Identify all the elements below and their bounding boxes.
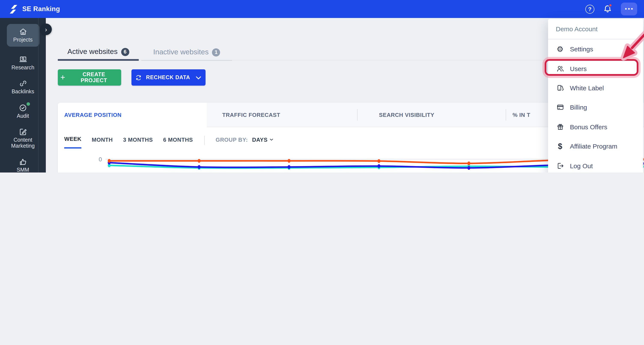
white-label-icon [556,84,564,92]
chart-range-tabs: WEEK MONTH 3 MONTHS 6 MONTHS GROUP BY: D… [64,136,274,148]
account-menu-button[interactable]: ••• [621,2,637,16]
gear-icon: ⚙ [556,45,564,53]
help-icon[interactable]: ? [585,4,594,14]
app-window: SE Ranking ? ••• Projects Research Backl… [0,0,644,172]
sidebar-item-research[interactable]: Research [6,54,40,71]
tab-active-websites[interactable]: Active websites 6 [58,44,139,61]
menu-item-bonus-offers[interactable]: Bonus Offers [548,117,643,136]
chevron-down-icon [269,138,274,142]
group-by-select[interactable]: DAYS [252,136,274,148]
create-project-label: CREATE PROJECT [69,72,118,84]
tab-count-badge: 1 [212,48,220,56]
sidebar: Projects Research Backlinks Audit Conten… [0,18,46,172]
chart-tab-search-visibility[interactable]: SEARCH VISIBILITY [357,103,506,127]
dollar-icon: $ [556,142,564,150]
sidebar-item-label: Audit [17,113,29,119]
sidebar-item-label: Research [12,65,34,71]
menu-item-log-out[interactable]: Log Out [548,156,643,172]
chart-tab-average-position[interactable]: AVERAGE POSITION [58,103,207,127]
chart-tab-label: % IN T [512,112,530,118]
menu-item-affiliate-program[interactable]: $ Affiliate Program [548,136,643,156]
brand-name: SE Ranking [22,5,60,13]
refresh-icon [135,74,142,81]
range-tab-3-months[interactable]: 3 MONTHS [123,136,153,148]
menu-item-white-label[interactable]: White Label [548,78,643,98]
notification-badge [608,4,612,7]
chart-tab-traffic-forecast[interactable]: TRAFFIC FORECAST [207,103,357,127]
sidebar-item-label: SMM [17,167,29,172]
billing-icon [556,103,564,112]
account-menu-list: ⚙ Settings Users White Label Billing Bon… [548,40,643,172]
group-by-label: GROUP BY: [216,136,248,148]
home-icon [18,27,28,36]
chart-tab-label: AVERAGE POSITION [64,112,122,118]
divider [204,136,204,145]
menu-item-label: White Label [570,84,604,92]
range-tab-week[interactable]: WEEK [64,136,81,148]
menu-item-settings[interactable]: ⚙ Settings [548,40,643,59]
range-tab-6-months[interactable]: 6 MONTHS [163,136,193,148]
tab-count-badge: 6 [121,48,129,56]
sidebar-item-label: Projects [13,37,32,43]
audit-icon [18,103,28,112]
notifications-bell-icon[interactable] [602,4,613,14]
sidebar-item-label: Backlinks [12,89,34,95]
menu-item-users[interactable]: Users [548,59,643,78]
sidebar-item-smm[interactable]: SMM [6,157,40,172]
sidebar-item-label: Content Marketing [6,138,40,149]
gift-icon [556,123,564,131]
logout-icon [556,161,564,170]
menu-item-billing[interactable]: Billing [548,98,643,117]
menu-item-label: Users [570,65,586,72]
chart-tab-label: TRAFFIC FORECAST [222,112,280,118]
topbar-actions: ? ••• [585,2,644,16]
range-tab-month[interactable]: MONTH [92,136,112,148]
content-icon [18,127,28,136]
backlinks-icon [18,79,28,88]
tab-inactive-websites[interactable]: Inactive websites 1 [141,44,232,61]
account-dropdown-menu: Demo Account ⚙ Settings Users White Labe… [548,19,643,172]
tab-label: Inactive websites [153,48,209,56]
smm-icon [18,157,28,166]
tab-label: Active websites [68,48,118,56]
svg-text:0: 0 [99,156,102,163]
chart-tab-label: SEARCH VISIBILITY [379,112,434,118]
sidebar-expand-button[interactable]: › [40,24,52,35]
recheck-data-button[interactable]: RECHECK DATA [132,69,206,86]
actions-row: + CREATE PROJECT RECHECK DATA [58,69,206,86]
brand[interactable]: SE Ranking [0,4,60,14]
topbar: SE Ranking ? ••• [0,0,644,18]
group-by-value: DAYS [252,136,268,143]
account-name: Demo Account [548,19,643,39]
menu-item-label: Affiliate Program [570,142,617,150]
workspace-tabs: Active websites 6 Inactive websites 1 [58,44,232,61]
sidebar-item-content-marketing[interactable]: Content Marketing [6,127,40,149]
recheck-data-label: RECHECK DATA [146,74,190,80]
menu-item-label: Bonus Offers [570,123,608,130]
menu-item-label: Billing [570,104,587,111]
sidebar-item-projects[interactable]: Projects [7,24,39,46]
status-dot [26,102,30,106]
menu-item-label: Settings [570,45,593,53]
se-ranking-logo-icon [8,4,18,14]
create-project-button[interactable]: + CREATE PROJECT [58,69,121,86]
plus-icon: + [60,74,65,80]
research-icon [18,54,28,64]
users-icon [556,64,564,73]
menu-item-label: Log Out [570,162,593,169]
chevron-down-icon [195,74,202,81]
sidebar-item-audit[interactable]: Audit [6,103,40,119]
sidebar-item-backlinks[interactable]: Backlinks [6,79,40,95]
